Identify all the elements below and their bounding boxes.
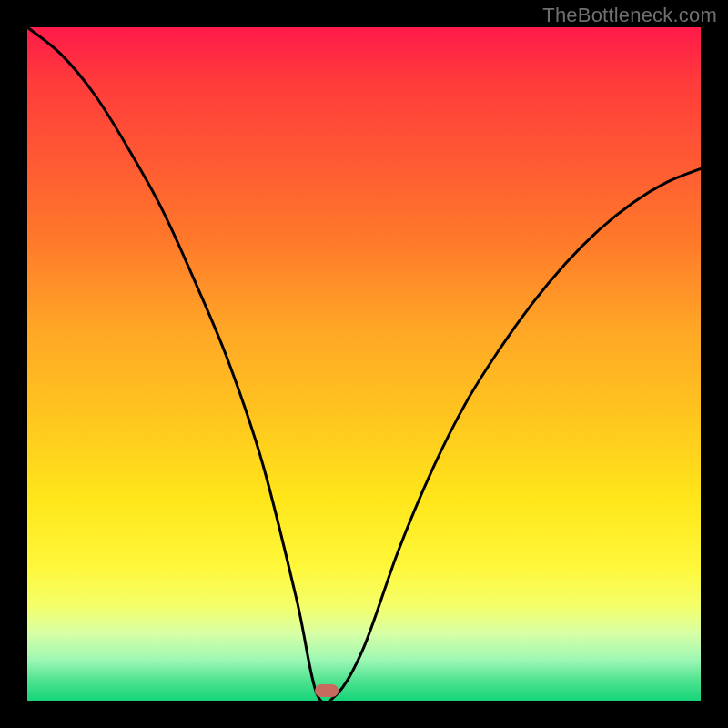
chart-frame: TheBottleneck.com: [0, 0, 728, 728]
curve-svg: [27, 27, 701, 701]
watermark-text: TheBottleneck.com: [542, 4, 717, 27]
bottleneck-curve: [27, 27, 701, 701]
minimum-marker: [315, 684, 339, 697]
plot-area: [27, 27, 701, 701]
